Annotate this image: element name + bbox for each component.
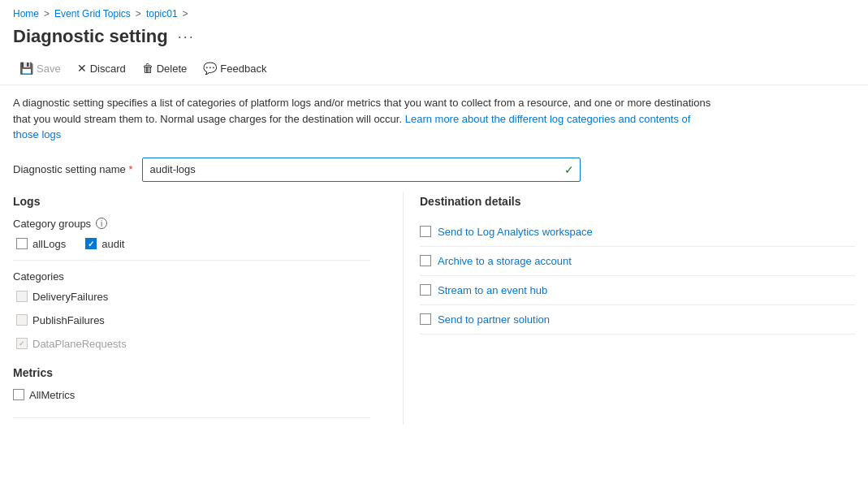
all-metrics-checkbox[interactable] [13, 389, 24, 400]
discard-icon: ✕ [77, 62, 87, 75]
feedback-label: Feedback [220, 63, 266, 75]
dest-event-hub[interactable]: Stream to an event hub [420, 276, 855, 305]
audit-checkbox[interactable] [85, 238, 97, 249]
all-metrics-label: AllMetrics [29, 389, 75, 401]
toolbar: 💾 Save ✕ Discard 🗑 Delete 💬 Feedback [0, 54, 868, 85]
category-publish-failures: PublishFailures [13, 314, 370, 326]
delete-icon: 🗑 [142, 62, 153, 75]
data-plane-requests-label: DataPlaneRequests [32, 338, 127, 350]
categories-section: Categories DeliveryFailures PublishFailu… [13, 270, 370, 350]
allLogs-checkbox-item[interactable]: allLogs [16, 238, 66, 250]
breadcrumb-home[interactable]: Home [13, 8, 39, 19]
delete-button[interactable]: 🗑 Delete [136, 58, 194, 78]
data-plane-requests-checkbox[interactable] [16, 338, 28, 349]
setting-name-row: Diagnostic setting name * ✓ [0, 149, 868, 192]
dest-storage-account[interactable]: Archive to a storage account [420, 247, 855, 276]
all-metrics-checkbox-item[interactable]: AllMetrics [13, 389, 370, 401]
logs-section-title: Logs [13, 192, 370, 208]
ellipsis-button[interactable]: ··· [175, 27, 198, 47]
delivery-failures-label: DeliveryFailures [32, 291, 108, 303]
page-title-row: Diagnostic setting ··· [0, 23, 868, 54]
delivery-failures-checkbox[interactable] [16, 291, 28, 302]
allLogs-checkbox[interactable] [16, 238, 28, 249]
feedback-button[interactable]: 💬 Feedback [196, 58, 273, 78]
save-button[interactable]: 💾 Save [13, 58, 67, 78]
log-analytics-checkbox[interactable] [420, 226, 431, 237]
category-data-plane-requests: DataPlaneRequests [13, 338, 370, 350]
info-circle-icon[interactable]: i [96, 218, 107, 229]
event-hub-label: Stream to an event hub [438, 284, 547, 296]
right-panel: Destination details Send to Log Analytic… [403, 192, 855, 425]
breadcrumb-sep-1: > [44, 8, 50, 19]
save-label: Save [37, 63, 61, 75]
publish-failures-label: PublishFailures [32, 314, 105, 326]
breadcrumb: Home > Event Grid Topics > topic01 > [0, 0, 868, 23]
main-content: Logs Category groups i allLogs audit Cat… [0, 192, 868, 425]
breadcrumb-topic01[interactable]: topic01 [146, 8, 178, 19]
breadcrumb-sep-3: > [183, 8, 188, 19]
metrics-section-title: Metrics [13, 363, 370, 379]
allLogs-label: allLogs [32, 238, 66, 250]
setting-name-input-wrapper: ✓ [142, 158, 581, 182]
bottom-border [13, 417, 370, 425]
delete-label: Delete [157, 63, 188, 75]
partner-solution-label: Send to partner solution [438, 313, 550, 326]
discard-button[interactable]: ✕ Discard [71, 58, 132, 78]
breadcrumb-event-grid[interactable]: Event Grid Topics [54, 8, 131, 19]
event-hub-checkbox[interactable] [420, 284, 431, 296]
partner-solution-checkbox[interactable] [420, 313, 431, 325]
setting-name-input[interactable] [142, 158, 581, 182]
required-star: * [128, 163, 132, 175]
breadcrumb-sep-2: > [136, 8, 141, 19]
setting-name-label: Diagnostic setting name * [13, 163, 132, 175]
audit-checkbox-item[interactable]: audit [85, 238, 124, 250]
audit-label: audit [101, 238, 124, 250]
category-groups-checkboxes: allLogs audit [13, 238, 370, 250]
dest-partner-solution[interactable]: Send to partner solution [420, 305, 855, 335]
discard-label: Discard [90, 63, 126, 75]
info-section: A diagnostic setting specifies a list of… [0, 85, 731, 149]
dest-log-analytics[interactable]: Send to Log Analytics workspace [420, 218, 855, 247]
storage-account-checkbox[interactable] [420, 255, 431, 266]
save-icon: 💾 [19, 62, 33, 75]
left-panel: Logs Category groups i allLogs audit Cat… [13, 192, 403, 425]
destination-section-title: Destination details [420, 192, 855, 208]
publish-failures-checkbox[interactable] [16, 314, 28, 326]
divider-1 [13, 260, 370, 261]
categories-label: Categories [13, 270, 370, 283]
feedback-icon: 💬 [203, 62, 217, 75]
log-analytics-label: Send to Log Analytics workspace [438, 226, 593, 238]
category-groups-label: Category groups i [13, 218, 370, 230]
category-delivery-failures: DeliveryFailures [13, 291, 370, 303]
storage-account-label: Archive to a storage account [438, 255, 572, 267]
page-title: Diagnostic setting [13, 26, 168, 47]
metrics-section: Metrics AllMetrics [13, 363, 370, 401]
